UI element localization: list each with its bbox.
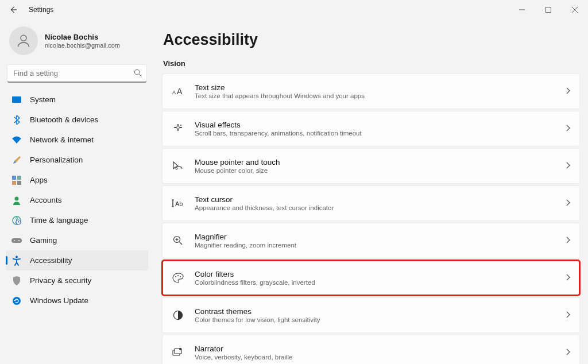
update-icon [11,296,22,306]
setting-title: Color filters [195,270,566,278]
apps-icon [11,175,22,185]
svg-point-31 [175,276,176,277]
sidebar-item-label: Personalization [30,156,83,164]
setting-color-filters[interactable]: Color filtersColorblindness filters, gra… [162,260,580,296]
chevron-right-icon [566,273,570,283]
magnifier-icon [172,235,184,246]
svg-rect-8 [12,176,16,180]
svg-point-16 [14,240,15,241]
chevron-right-icon [566,198,570,208]
page-title: Accessibility [163,31,580,49]
sidebar-item-accounts[interactable]: Accounts [6,190,148,210]
sidebar-item-label: Accounts [30,196,62,204]
back-button[interactable] [8,5,18,15]
sidebar-item-network[interactable]: Network & internet [6,130,148,150]
chevron-right-icon [566,310,570,320]
setting-sub: Appearance and thickness, text cursor in… [195,204,566,211]
avatar [9,26,38,55]
sidebar-item-label: Gaming [30,236,57,245]
setting-visual-effects[interactable]: Visual effectsScroll bars, transparency,… [162,111,580,146]
sparkle-icon [172,123,184,134]
setting-title: Magnifier [195,233,566,241]
sidebar-item-bluetooth[interactable]: Bluetooth & devices [6,110,148,130]
svg-text:A: A [177,87,183,96]
bluetooth-icon [11,115,22,125]
setting-sub: Colorblindness filters, grayscale, inver… [195,279,566,286]
section-label: Vision [163,59,580,68]
search-box [7,64,147,83]
gamepad-icon [11,235,22,246]
sidebar-item-label: Time & language [30,216,88,224]
sidebar-item-label: Accessibility [30,256,72,265]
person-icon [11,195,22,206]
sidebar-item-label: Apps [30,176,48,184]
sidebar-item-apps[interactable]: Apps [6,170,148,190]
svg-line-28 [180,242,183,245]
setting-title: Text size [195,83,566,92]
cursor-icon [172,161,184,171]
palette-icon [172,273,184,283]
setting-title: Contrast themes [195,307,566,316]
user-profile[interactable]: Nicolae Bochis nicolae.bochis@gmail.com [6,24,148,63]
sidebar-item-label: Bluetooth & devices [30,115,98,124]
sidebar-item-accessibility[interactable]: Accessibility [6,250,148,270]
minimize-button[interactable] [509,0,535,20]
chevron-right-icon [566,123,570,134]
sidebar-item-label: Windows Update [30,296,88,305]
svg-rect-1 [546,7,551,13]
svg-rect-15 [11,238,22,243]
setting-title: Text cursor [195,195,566,204]
system-icon [11,95,22,105]
svg-rect-9 [17,176,21,180]
sidebar-item-system[interactable]: System [6,90,148,110]
setting-title: Narrator [195,344,566,353]
svg-point-12 [15,196,19,200]
svg-text:Ab: Ab [175,200,183,207]
setting-sub: Color themes for low vision, light sensi… [195,316,566,323]
globe-clock-icon [11,215,22,226]
setting-contrast-themes[interactable]: Contrast themesColor themes for low visi… [162,297,580,333]
sidebar-item-label: Network & internet [30,135,94,144]
sidebar-item-label: Privacy & security [30,276,91,285]
nav-list: System Bluetooth & devices Network & int… [6,90,148,311]
main-content: Accessibility Vision AA Text sizeText si… [154,20,588,364]
setting-sub: Text size that appears throughout Window… [195,92,566,99]
setting-magnifier[interactable]: MagnifierMagnifier reading, zoom increme… [162,223,580,258]
svg-point-5 [134,69,140,75]
sidebar-item-label: System [30,95,56,104]
maximize-button[interactable] [535,0,562,20]
setting-narrator[interactable]: NarratorVoice, verbosity, keyboard, brai… [162,335,580,364]
chevron-right-icon [566,235,570,246]
svg-line-6 [139,74,141,76]
setting-text-size[interactable]: AA Text sizeText size that appears throu… [162,73,580,109]
setting-mouse-pointer[interactable]: Mouse pointer and touchMouse pointer col… [162,148,580,184]
sidebar: Nicolae Bochis nicolae.bochis@gmail.com … [0,20,154,364]
setting-sub: Scroll bars, transparency, animations, n… [195,130,566,137]
wifi-icon [11,135,22,145]
setting-title: Visual effects [195,121,566,129]
svg-point-18 [16,255,18,258]
shield-icon [11,276,22,286]
setting-sub: Voice, verbosity, keyboard, braille [195,354,566,361]
chevron-right-icon [566,161,570,171]
paintbrush-icon [11,155,22,165]
sidebar-item-gaming[interactable]: Gaming [6,230,148,250]
svg-point-33 [180,276,181,277]
search-icon [134,69,142,79]
svg-point-19 [13,297,21,305]
sidebar-item-personalization[interactable]: Personalization [6,150,148,170]
setting-text-cursor[interactable]: Ab Text cursorAppearance and thickness, … [162,185,580,221]
sidebar-item-privacy[interactable]: Privacy & security [6,270,148,291]
setting-title: Mouse pointer and touch [195,158,566,166]
title-bar: Settings [0,0,588,20]
sidebar-item-time[interactable]: Time & language [6,210,148,230]
chevron-right-icon [566,86,570,96]
user-email: nicolae.bochis@gmail.com [45,42,120,49]
svg-point-37 [179,348,181,350]
svg-rect-11 [17,181,21,185]
chevron-right-icon [566,347,570,358]
svg-point-4 [21,35,26,41]
close-button[interactable] [562,0,588,20]
sidebar-item-update[interactable]: Windows Update [6,291,148,311]
search-input[interactable] [7,64,147,83]
